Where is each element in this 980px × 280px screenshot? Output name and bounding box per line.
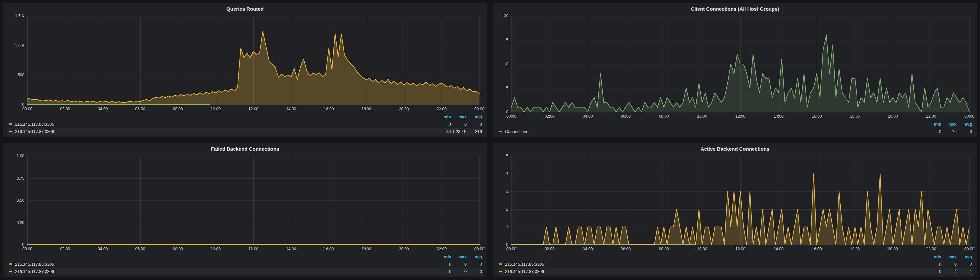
svg-text:5: 5 bbox=[506, 154, 508, 158]
legend-min-value: 34 bbox=[436, 128, 452, 135]
svg-text:3: 3 bbox=[506, 189, 508, 194]
svg-text:22:00: 22:00 bbox=[437, 247, 447, 251]
axis-tick-labels: 00:0002:0004:0006:0008:0010:0012:0014:00… bbox=[17, 154, 485, 251]
chart-svg: 00:0002:0004:0006:0008:0010:0012:0014:00… bbox=[6, 153, 484, 253]
svg-text:16:00: 16:00 bbox=[323, 107, 334, 111]
svg-text:0: 0 bbox=[22, 102, 24, 107]
series-name[interactable]: 216.145.117.87:3306 bbox=[15, 130, 54, 134]
legend-max-value: 4 bbox=[942, 268, 957, 275]
svg-text:08:00: 08:00 bbox=[659, 114, 669, 119]
svg-text:04:00: 04:00 bbox=[582, 114, 593, 119]
legend-row: 216.145.117.85:3306 0 0 0 bbox=[7, 121, 483, 128]
panel-title[interactable]: Queries Routed bbox=[6, 5, 484, 13]
panel-resize-handle[interactable] bbox=[484, 134, 486, 136]
legend-header-max[interactable]: max bbox=[942, 253, 957, 261]
series-color-swatch[interactable] bbox=[499, 263, 502, 265]
svg-text:08:00: 08:00 bbox=[173, 107, 183, 111]
legend-header-min[interactable]: min bbox=[927, 121, 942, 128]
svg-text:06:00: 06:00 bbox=[621, 247, 631, 251]
panel-resize-handle[interactable] bbox=[974, 274, 976, 276]
svg-text:500: 500 bbox=[18, 73, 24, 77]
svg-text:08:00: 08:00 bbox=[173, 247, 183, 251]
svg-text:0: 0 bbox=[506, 110, 508, 114]
legend-header-min[interactable]: min bbox=[437, 253, 452, 261]
chart-svg: 00:0002:0004:0006:0008:0010:0012:0014:00… bbox=[6, 13, 484, 113]
legend-header-row: min max avg bbox=[497, 121, 973, 128]
series-name[interactable]: Connections bbox=[505, 130, 528, 134]
panel-queries-routed: Queries Routed 00:0002:0004:0006:0008:00… bbox=[3, 3, 487, 137]
legend: min max avg 216.145.117.85:3306 0 0 0 bbox=[6, 113, 484, 135]
svg-text:16:00: 16:00 bbox=[811, 247, 822, 251]
series-color-swatch[interactable] bbox=[9, 263, 12, 265]
series-name[interactable]: 216.145.117.85:3306 bbox=[505, 262, 544, 267]
legend-header-max[interactable]: max bbox=[942, 121, 957, 128]
legend-avg-value: 0 bbox=[957, 261, 973, 268]
series-color-swatch[interactable] bbox=[9, 270, 12, 272]
legend-row: 216.145.117.87:3306 0 0 0 bbox=[7, 268, 483, 275]
legend-row: 216.145.117.87:3306 0 4 1 bbox=[497, 268, 973, 275]
series-name[interactable]: 216.145.117.85:3306 bbox=[15, 262, 54, 267]
legend-header-avg[interactable]: avg bbox=[467, 253, 483, 261]
svg-text:18:00: 18:00 bbox=[850, 114, 860, 119]
svg-text:20:00: 20:00 bbox=[399, 247, 409, 251]
legend-header-max[interactable]: max bbox=[452, 253, 467, 261]
legend-min-value: 0 bbox=[927, 128, 942, 135]
legend-header-row: min max avg bbox=[7, 253, 483, 261]
legend-header-min[interactable]: min bbox=[436, 114, 452, 121]
legend-header-avg[interactable]: avg bbox=[957, 121, 973, 128]
panel-title[interactable]: Active Backend Connections bbox=[496, 146, 974, 153]
legend-row: 216.145.117.87:3306 34 1.239 K 319 bbox=[7, 128, 483, 135]
legend-row: Connections 0 16 3 bbox=[497, 128, 973, 135]
legend: min max avg 216.145.117.85:3306 0 0 0 bbox=[496, 253, 974, 275]
svg-text:10:00: 10:00 bbox=[697, 247, 707, 251]
svg-text:10:00: 10:00 bbox=[697, 114, 707, 119]
svg-text:18:00: 18:00 bbox=[850, 247, 860, 251]
chart-plot[interactable]: 00:0002:0004:0006:0008:0010:0012:0014:00… bbox=[6, 13, 484, 113]
legend-max-value: 0 bbox=[942, 261, 957, 268]
svg-text:0.25: 0.25 bbox=[17, 220, 25, 225]
svg-text:10:00: 10:00 bbox=[211, 247, 221, 251]
legend-min-value: 0 bbox=[436, 121, 452, 128]
chart-plot[interactable]: 00:0002:0004:0006:0008:0010:0012:0014:00… bbox=[6, 153, 484, 253]
chart-plot[interactable]: 00:0002:0004:0006:0008:0010:0012:0014:00… bbox=[496, 13, 974, 120]
svg-text:06:00: 06:00 bbox=[135, 107, 145, 111]
svg-text:00:00: 00:00 bbox=[964, 247, 974, 251]
svg-text:06:00: 06:00 bbox=[621, 114, 631, 119]
series-name[interactable]: 216.145.117.85:3306 bbox=[15, 122, 54, 126]
panel-resize-handle[interactable] bbox=[974, 134, 976, 136]
legend-avg-value: 0 bbox=[467, 261, 483, 268]
svg-text:00:00: 00:00 bbox=[22, 247, 32, 251]
legend-header-max[interactable]: max bbox=[452, 114, 467, 121]
svg-text:1.5 K: 1.5 K bbox=[15, 14, 24, 18]
svg-text:00:00: 00:00 bbox=[474, 107, 484, 111]
svg-text:16:00: 16:00 bbox=[811, 114, 822, 119]
series-name[interactable]: 216.145.117.87:3306 bbox=[15, 269, 54, 274]
panel-failed-backend-connections: Failed Backend Connections 00:0002:0004:… bbox=[3, 142, 487, 277]
series-color-swatch[interactable] bbox=[9, 131, 12, 132]
legend-max-value: 16 bbox=[942, 128, 957, 135]
svg-text:00:00: 00:00 bbox=[22, 107, 32, 111]
svg-text:1.0 K: 1.0 K bbox=[15, 43, 24, 48]
svg-text:14:00: 14:00 bbox=[286, 247, 296, 251]
svg-text:00:00: 00:00 bbox=[506, 247, 516, 251]
panel-resize-handle[interactable] bbox=[484, 274, 486, 276]
svg-text:5: 5 bbox=[506, 86, 508, 90]
legend-avg-value: 3 bbox=[957, 128, 973, 135]
series-color-swatch[interactable] bbox=[499, 270, 502, 272]
svg-text:00:00: 00:00 bbox=[474, 247, 484, 251]
svg-text:20:00: 20:00 bbox=[888, 247, 898, 251]
svg-text:15: 15 bbox=[504, 38, 509, 42]
legend-header-min[interactable]: min bbox=[927, 253, 942, 261]
panel-title[interactable]: Client Connections (All Host Groups) bbox=[496, 5, 974, 13]
legend-min-value: 0 bbox=[437, 268, 452, 275]
chart-plot[interactable]: 00:0002:0004:0006:0008:0010:0012:0014:00… bbox=[496, 153, 974, 253]
svg-text:18:00: 18:00 bbox=[361, 247, 371, 251]
series-color-swatch[interactable] bbox=[499, 131, 502, 132]
svg-text:02:00: 02:00 bbox=[60, 107, 70, 111]
legend-header-avg[interactable]: avg bbox=[957, 253, 973, 261]
series-name[interactable]: 216.145.117.87:3306 bbox=[505, 269, 544, 274]
panel-title[interactable]: Failed Backend Connections bbox=[6, 146, 484, 153]
legend-header-avg[interactable]: avg bbox=[467, 114, 483, 121]
series-color-swatch[interactable] bbox=[9, 123, 12, 125]
legend-avg-value: 1 bbox=[957, 268, 973, 275]
